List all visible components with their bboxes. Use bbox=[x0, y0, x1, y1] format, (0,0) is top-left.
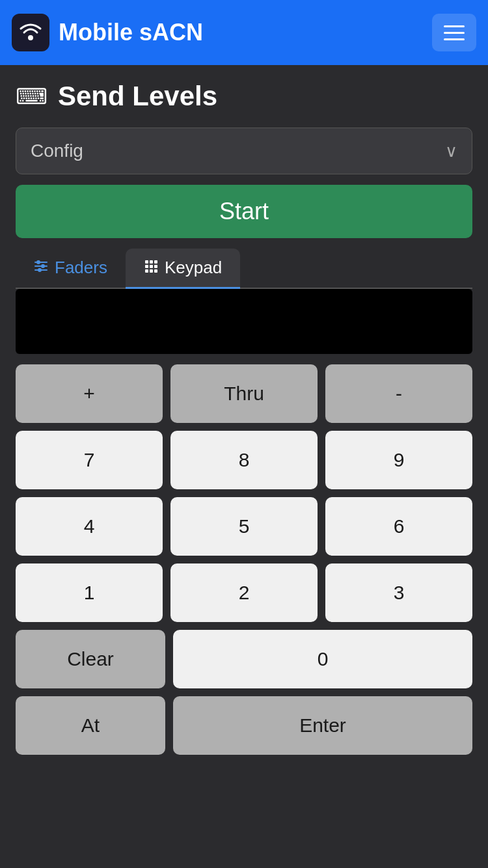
tab-faders[interactable]: Faders bbox=[16, 249, 126, 289]
keypad-row1: + Thru - 7 8 9 4 5 6 1 2 3 bbox=[16, 364, 472, 622]
svg-rect-9 bbox=[154, 260, 157, 264]
keypad-display bbox=[16, 289, 472, 354]
keypad-row5: Clear 0 bbox=[16, 630, 472, 688]
app-title: Mobile sACN bbox=[59, 19, 203, 46]
page-title-area: ⌨ Send Levels bbox=[0, 65, 488, 122]
key-minus[interactable]: - bbox=[325, 364, 472, 423]
tab-keypad-label: Keypad bbox=[165, 258, 222, 278]
key-4[interactable]: 4 bbox=[16, 497, 163, 556]
key-1[interactable]: 1 bbox=[16, 563, 163, 622]
menu-button[interactable] bbox=[432, 14, 476, 51]
key-9[interactable]: 9 bbox=[325, 431, 472, 489]
header-left: Mobile sACN bbox=[12, 14, 203, 51]
menu-icon-line3 bbox=[444, 38, 465, 40]
config-label: Config bbox=[31, 141, 83, 161]
key-8[interactable]: 8 bbox=[170, 431, 318, 489]
key-0[interactable]: 0 bbox=[173, 630, 472, 688]
key-thru[interactable]: Thru bbox=[170, 364, 318, 423]
svg-rect-13 bbox=[145, 269, 148, 273]
start-button[interactable]: Start bbox=[16, 185, 472, 238]
page-title: Send Levels bbox=[58, 81, 217, 112]
svg-rect-12 bbox=[154, 265, 157, 268]
key-6[interactable]: 6 bbox=[325, 497, 472, 556]
chevron-down-icon: ∨ bbox=[445, 141, 457, 161]
svg-rect-15 bbox=[154, 269, 157, 273]
svg-rect-14 bbox=[150, 269, 153, 273]
menu-icon-line2 bbox=[444, 32, 465, 34]
tabs: Faders Keypad bbox=[16, 249, 472, 289]
svg-rect-11 bbox=[150, 265, 153, 268]
key-3[interactable]: 3 bbox=[325, 563, 472, 622]
tab-keypad[interactable]: Keypad bbox=[126, 249, 240, 289]
tab-faders-label: Faders bbox=[55, 258, 107, 278]
keypad-row6: At Enter bbox=[16, 696, 472, 755]
key-plus[interactable]: + bbox=[16, 364, 163, 423]
key-clear[interactable]: Clear bbox=[16, 630, 165, 688]
menu-icon-line1 bbox=[444, 25, 465, 27]
svg-rect-10 bbox=[145, 265, 148, 268]
key-5[interactable]: 5 bbox=[170, 497, 318, 556]
key-at[interactable]: At bbox=[16, 696, 165, 755]
header: Mobile sACN bbox=[0, 0, 488, 65]
svg-rect-7 bbox=[145, 260, 148, 264]
keypad-icon bbox=[144, 259, 158, 277]
svg-rect-8 bbox=[150, 260, 153, 264]
config-dropdown[interactable]: Config ∨ bbox=[16, 128, 472, 174]
app-icon bbox=[12, 14, 49, 51]
svg-point-4 bbox=[36, 260, 40, 264]
svg-point-6 bbox=[38, 268, 42, 272]
key-enter[interactable]: Enter bbox=[173, 696, 472, 755]
key-7[interactable]: 7 bbox=[16, 431, 163, 489]
svg-point-0 bbox=[28, 35, 33, 40]
faders-icon bbox=[34, 259, 48, 277]
svg-point-5 bbox=[41, 264, 45, 268]
key-2[interactable]: 2 bbox=[170, 563, 318, 622]
page-title-icon: ⌨ bbox=[16, 83, 47, 109]
